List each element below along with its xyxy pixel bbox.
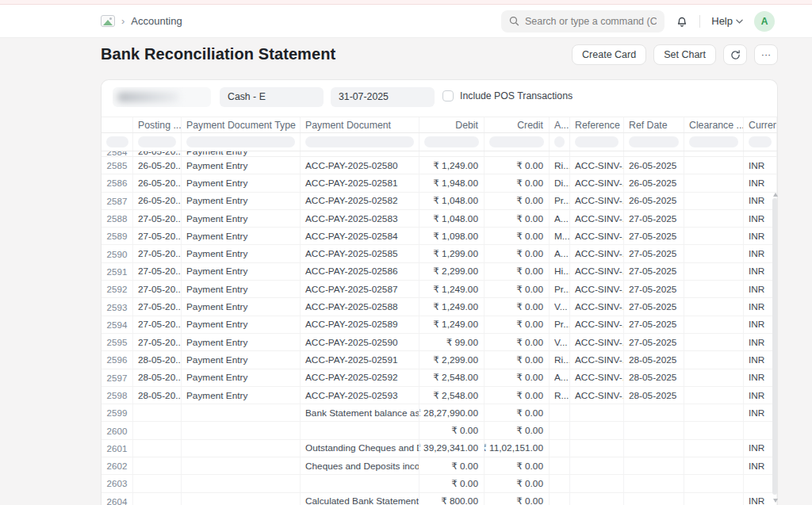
cell-doc[interactable]: ACC-PAY-2025-02592 — [301, 369, 419, 386]
cell-debit[interactable]: ₹ 1,249.00 — [419, 281, 485, 297]
cell-ref_date[interactable]: 27-05-2025 — [624, 316, 684, 333]
cell-doc_type[interactable]: Payment Entry — [182, 316, 301, 333]
cell-debit[interactable]: ₹ 99.00 — [419, 334, 485, 350]
cell-clearance[interactable] — [684, 174, 744, 191]
cell-against[interactable] — [550, 404, 570, 421]
column-header-idx[interactable] — [102, 117, 133, 132]
cell-posting_date[interactable]: 27-05-20... — [133, 263, 182, 280]
cell-ref_date[interactable]: 28-05-2025 — [624, 351, 684, 368]
column-filter-input-credit[interactable] — [489, 136, 544, 147]
cell-against[interactable]: Pr... — [550, 316, 570, 333]
cell-currency[interactable]: INR — [744, 493, 777, 505]
cell-clearance[interactable] — [684, 404, 744, 421]
cell-clearance[interactable] — [684, 193, 744, 209]
cell-ref_date[interactable] — [624, 457, 684, 474]
cell-credit[interactable]: ₹ 0.00 — [485, 157, 550, 174]
help-menu[interactable]: Help — [711, 15, 743, 27]
cell-reference[interactable]: ACC-SINV-... — [570, 228, 624, 244]
cell-against[interactable]: Pr... — [550, 193, 570, 209]
user-avatar[interactable]: A — [754, 11, 775, 32]
cell-debit[interactable]: ₹ 2,299.00 — [419, 263, 485, 280]
cell-credit[interactable]: ₹ 0.00 — [485, 457, 550, 474]
cell-doc[interactable]: ACC-PAY-2025-02589 — [301, 316, 419, 333]
cell-reference[interactable] — [570, 493, 624, 505]
cell-ref_date[interactable]: 27-05-2025 — [624, 245, 684, 262]
cell-debit[interactable]: ₹ 1,249.00 — [419, 298, 485, 315]
create-card-button[interactable]: Create Card — [572, 44, 646, 65]
cell-debit[interactable]: ₹ 0.00 — [419, 475, 485, 492]
column-header-against[interactable]: A... — [550, 117, 570, 132]
cell-posting_date[interactable] — [133, 422, 182, 438]
cell-doc[interactable]: ACC-PAY-2025-02584 — [301, 228, 419, 244]
cell-credit[interactable]: ₹ 0.00 — [485, 228, 550, 244]
column-header-clearance[interactable]: Clearance ... — [684, 117, 744, 132]
cell-credit[interactable] — [485, 151, 550, 157]
refresh-button[interactable] — [723, 44, 747, 65]
cell-against[interactable] — [550, 475, 570, 492]
cell-posting_date[interactable]: 26-05-20... — [133, 193, 182, 209]
cell-doc_type[interactable]: Payment Entry — [182, 369, 301, 386]
cell-ref_date[interactable]: 26-05-2025 — [624, 174, 684, 191]
cell-reference[interactable] — [570, 422, 624, 438]
cell-doc_type[interactable]: Payment Entry — [182, 298, 301, 315]
cell-against[interactable]: Ri... — [550, 157, 570, 174]
cell-posting_date[interactable]: 26-05-20... — [133, 157, 182, 174]
cell-debit[interactable]: ₹ 39,29,341.00 — [419, 440, 485, 457]
column-filter-input-reference[interactable] — [575, 136, 619, 147]
cell-debit[interactable]: ₹ 1,249.00 — [419, 157, 485, 174]
cell-posting_date[interactable]: 27-05-20... — [133, 298, 182, 315]
column-header-currency[interactable]: Currency — [744, 117, 777, 132]
cell-credit[interactable]: ₹ 0.00 — [485, 351, 550, 368]
cell-ref_date[interactable] — [624, 404, 684, 421]
cell-reference[interactable]: ACC-SINV-... — [570, 316, 624, 333]
cell-doc[interactable] — [301, 475, 419, 492]
include-pos-checkbox[interactable] — [442, 90, 454, 101]
cell-ref_date[interactable]: 26-05-2025 — [624, 157, 684, 174]
cell-doc_type[interactable]: Payment Entry — [182, 193, 301, 209]
cell-reference[interactable]: ACC-SINV-... — [570, 174, 624, 191]
cell-doc_type[interactable]: Payment Entry — [182, 245, 301, 262]
column-filter-input-ref_date[interactable] — [629, 136, 679, 147]
cell-doc[interactable]: Outstanding Cheques and Dep... — [301, 440, 419, 457]
cell-doc[interactable]: Bank Statement balance as per ... — [301, 404, 419, 421]
cell-debit[interactable]: ₹ 28,27,990.00 — [419, 404, 485, 421]
cell-doc_type[interactable] — [182, 493, 301, 505]
cell-posting_date[interactable]: 28-05-20... — [133, 351, 182, 368]
cell-credit[interactable]: ₹ 0.00 — [485, 245, 550, 262]
cell-clearance[interactable] — [684, 228, 744, 244]
cell-debit[interactable] — [419, 151, 485, 157]
cell-doc[interactable]: ACC-PAY-2025-02580 — [301, 157, 419, 174]
cell-ref_date[interactable] — [624, 475, 684, 492]
cell-debit[interactable]: ₹ 0.00 — [419, 422, 485, 438]
cell-posting_date[interactable]: 27-05-20... — [133, 334, 182, 350]
cell-posting_date[interactable] — [133, 404, 182, 421]
cell-credit[interactable]: ₹ 0.00 — [485, 387, 550, 404]
app-logo-icon[interactable] — [101, 15, 115, 27]
notifications-button[interactable] — [676, 15, 688, 28]
cell-ref_date[interactable]: 27-05-2025 — [624, 298, 684, 315]
cell-doc[interactable]: Calculated Bank Statement bal... — [301, 493, 419, 505]
column-header-posting_date[interactable]: Posting ... — [133, 117, 182, 132]
cell-against[interactable]: V... — [550, 334, 570, 350]
cell-credit[interactable]: ₹ 0.00 — [485, 493, 550, 505]
cell-doc[interactable]: ACC-PAY-2025-02587 — [301, 281, 419, 297]
set-chart-button[interactable]: Set Chart — [653, 44, 716, 65]
cell-against[interactable] — [550, 457, 570, 474]
column-header-debit[interactable]: Debit — [419, 117, 485, 132]
cell-doc[interactable]: ACC-PAY-2025-02588 — [301, 298, 419, 315]
cell-posting_date[interactable] — [133, 440, 182, 457]
cell-debit[interactable]: ₹ 2,299.00 — [419, 351, 485, 368]
cell-posting_date[interactable]: 27-05-20... — [133, 281, 182, 297]
cell-doc_type[interactable]: Payment Entry — [182, 174, 301, 191]
cell-clearance[interactable] — [684, 351, 744, 368]
cell-against[interactable]: A... — [550, 210, 570, 227]
cell-credit[interactable]: ₹ 0.00 — [485, 263, 550, 280]
cell-doc_type[interactable] — [182, 440, 301, 457]
cell-clearance[interactable] — [684, 316, 744, 333]
cell-ref_date[interactable]: 27-05-2025 — [624, 228, 684, 244]
cell-posting_date[interactable]: 28-05-20... — [133, 369, 182, 386]
cell-doc[interactable]: ACC-PAY-2025-02586 — [301, 263, 419, 280]
cell-ref_date[interactable]: 27-05-2025 — [624, 263, 684, 280]
cell-posting_date[interactable] — [133, 493, 182, 505]
cell-posting_date[interactable]: 28-05-20... — [133, 387, 182, 404]
